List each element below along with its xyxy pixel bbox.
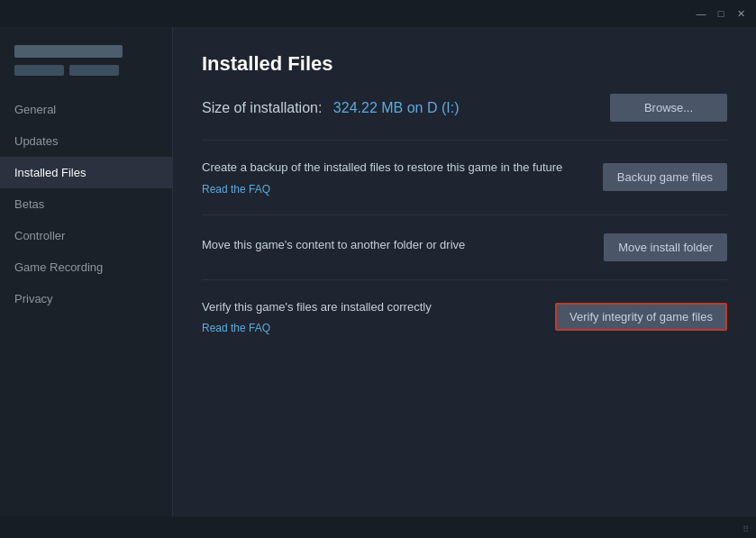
backup-description-text: Create a backup of the installed files t… — [202, 159, 581, 177]
sidebar-item-general[interactable]: General — [0, 94, 172, 125]
app-body: General Updates Installed Files Betas Co… — [0, 27, 756, 516]
content-area: Installed Files Size of installation: 32… — [173, 27, 756, 516]
close-button[interactable]: ✕ — [733, 7, 749, 20]
sidebar-game-sub-item-1 — [14, 65, 64, 76]
title-bar: — □ ✕ — [0, 0, 756, 27]
bottom-bar: ⠿ — [0, 516, 756, 538]
backup-button[interactable]: Backup game files — [603, 163, 727, 191]
install-size-prefix: Size of installation: — [202, 100, 322, 116]
sidebar-item-installed-files[interactable]: Installed Files — [0, 157, 172, 188]
backup-faq-link[interactable]: Read the FAQ — [202, 183, 270, 196]
resize-icon: ⠿ — [742, 525, 749, 534]
install-size-value: 324.22 MB on D (I:) — [333, 100, 460, 116]
browse-button[interactable]: Browse... — [610, 94, 727, 122]
move-description-text: Move this game's content to another fold… — [202, 236, 582, 254]
title-bar-controls: — □ ✕ — [693, 7, 749, 20]
verify-faq-link[interactable]: Read the FAQ — [202, 322, 270, 334]
sidebar-item-betas[interactable]: Betas — [0, 188, 172, 220]
resize-handle[interactable]: ⠿ — [734, 520, 749, 534]
sidebar-item-game-recording[interactable]: Game Recording — [0, 251, 172, 283]
verify-description: Verify this game's files are installed c… — [202, 298, 555, 336]
move-description: Move this game's content to another fold… — [202, 236, 604, 258]
verify-integrity-button[interactable]: Verify integrity of game files — [555, 303, 727, 331]
backup-description: Create a backup of the installed files t… — [202, 159, 603, 196]
sidebar-item-updates[interactable]: Updates — [0, 125, 172, 157]
backup-action-row: Create a backup of the installed files t… — [202, 141, 727, 215]
verify-description-text: Verify this game's files are installed c… — [202, 298, 533, 316]
move-install-action-row: Move this game's content to another fold… — [202, 215, 727, 280]
maximize-button[interactable]: □ — [713, 7, 729, 20]
sidebar-item-controller[interactable]: Controller — [0, 220, 172, 251]
verify-action-row: Verify this game's files are installed c… — [202, 280, 727, 354]
sidebar-game-sub-item-2 — [69, 65, 119, 76]
sidebar-game-title-placeholder — [14, 45, 123, 58]
sidebar-game-info — [0, 38, 172, 90]
sidebar-item-privacy[interactable]: Privacy — [0, 283, 172, 315]
move-install-button[interactable]: Move install folder — [604, 233, 727, 261]
sidebar: General Updates Installed Files Betas Co… — [0, 27, 173, 516]
install-size-text: Size of installation: 324.22 MB on D (I:… — [202, 100, 459, 116]
minimize-button[interactable]: — — [693, 7, 709, 20]
sidebar-nav: General Updates Installed Files Betas Co… — [0, 94, 172, 315]
install-size-row: Size of installation: 324.22 MB on D (I:… — [202, 94, 727, 141]
page-title: Installed Files — [202, 52, 727, 76]
sidebar-game-sub — [14, 65, 158, 76]
